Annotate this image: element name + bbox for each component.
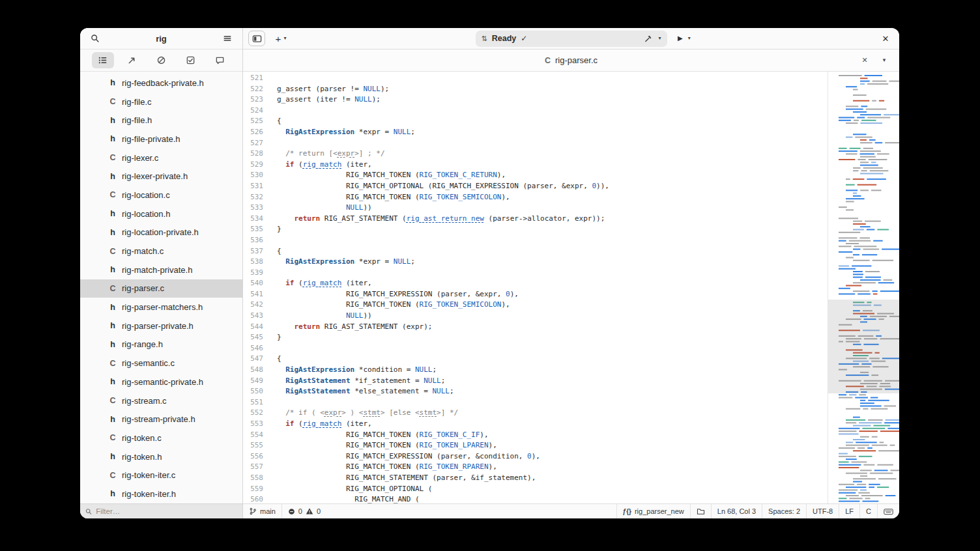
file-item[interactable]: hrig-location.h bbox=[80, 205, 242, 223]
tab-close-button[interactable]: ✕ bbox=[856, 53, 873, 68]
indentation-button[interactable]: Spaces: 2 bbox=[762, 504, 806, 518]
line-number[interactable]: 537 bbox=[243, 246, 263, 257]
code-line[interactable]: 530 RIG_MATCH_TOKEN (RIG_TOKEN_C_RETURN)… bbox=[243, 170, 828, 181]
branch-button[interactable]: main bbox=[243, 504, 281, 518]
file-item[interactable]: hrig-lexer-private.h bbox=[80, 167, 242, 186]
sidebar-menu-button[interactable] bbox=[219, 31, 236, 46]
file-item[interactable]: hrig-stream-private.h bbox=[80, 410, 242, 429]
new-tab-button[interactable]: + ▾ bbox=[269, 31, 293, 46]
line-ending-button[interactable]: LF bbox=[839, 504, 859, 518]
tab-project-tree[interactable] bbox=[92, 52, 114, 68]
file-item[interactable]: Crig-stream.c bbox=[80, 391, 242, 410]
line-number[interactable]: 528 bbox=[243, 148, 263, 160]
file-item[interactable]: hrig-feedback-private.h bbox=[80, 74, 242, 92]
file-item[interactable]: hrig-match-private.h bbox=[80, 261, 242, 279]
file-item[interactable]: Crig-semantic.c bbox=[80, 354, 242, 373]
line-number[interactable]: 545 bbox=[243, 332, 263, 343]
code-line[interactable]: 558 RIG_MATCH_STATEMENT (parser, &if_sta… bbox=[243, 473, 828, 484]
line-number[interactable]: 551 bbox=[243, 397, 263, 408]
line-number[interactable]: 546 bbox=[243, 343, 263, 354]
tab-unit-tests[interactable] bbox=[180, 52, 202, 68]
code-line[interactable]: 542 RIG_MATCH_TOKEN (RIG_TOKEN_SEMICOLON… bbox=[243, 300, 828, 311]
code-line[interactable]: 533 NULL)) bbox=[243, 203, 828, 214]
code-line[interactable]: 551 bbox=[243, 397, 828, 408]
code-line[interactable]: 559 RIG_MATCH_OPTIONAL ( bbox=[243, 484, 828, 495]
minimap[interactable] bbox=[828, 72, 899, 503]
code-line[interactable]: 532 RIG_MATCH_TOKEN (RIG_TOKEN_SEMICOLON… bbox=[243, 192, 828, 203]
line-number[interactable]: 557 bbox=[243, 462, 263, 473]
line-number[interactable]: 534 bbox=[243, 214, 263, 225]
line-number[interactable]: 527 bbox=[243, 138, 263, 149]
line-number[interactable]: 556 bbox=[243, 451, 263, 462]
search-button[interactable] bbox=[87, 31, 104, 46]
code-line[interactable]: 552 /* if ( <expr> ) <stmt> [else <stmt>… bbox=[243, 408, 828, 419]
code-line[interactable]: 536 bbox=[243, 235, 828, 246]
code-line[interactable]: 556 RIG_MATCH_EXPRESSION (parser, &condi… bbox=[243, 451, 828, 462]
line-number[interactable]: 540 bbox=[243, 278, 263, 289]
file-item[interactable]: Crig-location.c bbox=[80, 186, 242, 205]
code-line[interactable]: 526 RigAstExpression *expr = NULL; bbox=[243, 127, 828, 138]
code-line[interactable]: 524 bbox=[243, 106, 828, 117]
line-number[interactable]: 555 bbox=[243, 440, 263, 451]
code-line[interactable]: 523g_assert (iter != NULL); bbox=[243, 94, 828, 106]
directory-button[interactable] bbox=[690, 504, 711, 518]
file-item[interactable]: Crig-token.c bbox=[80, 429, 242, 447]
line-number[interactable]: 560 bbox=[243, 494, 263, 503]
file-item[interactable]: hrig-range.h bbox=[80, 335, 242, 354]
line-number[interactable]: 532 bbox=[243, 192, 263, 203]
code-line[interactable]: 560 RIG_MATCH_AND ( bbox=[243, 494, 828, 503]
code-line[interactable]: 557 RIG_MATCH_TOKEN (RIG_TOKEN_RPAREN), bbox=[243, 462, 828, 473]
omnibar[interactable]: ⇅ Ready ✓ ▾ bbox=[476, 31, 667, 47]
diagnostics-button[interactable]: 0 0 bbox=[281, 504, 326, 518]
line-number[interactable]: 552 bbox=[243, 408, 263, 419]
run-options-dropdown-icon[interactable]: ▾ bbox=[688, 36, 691, 41]
run-button[interactable]: ▶ bbox=[678, 35, 683, 42]
line-number[interactable]: 539 bbox=[243, 268, 263, 279]
build-options-dropdown-icon[interactable]: ▾ bbox=[658, 36, 661, 41]
code-line[interactable]: 546 bbox=[243, 343, 828, 354]
line-number[interactable]: 550 bbox=[243, 386, 263, 397]
line-number[interactable]: 522 bbox=[243, 84, 263, 95]
cursor-position-button[interactable]: Ln 68, Col 3 bbox=[711, 504, 762, 518]
code-line[interactable]: 545} bbox=[243, 332, 828, 343]
line-number[interactable]: 553 bbox=[243, 419, 263, 430]
minimap-viewport-handle[interactable] bbox=[828, 300, 899, 393]
file-item[interactable]: Crig-parser.c bbox=[80, 279, 242, 298]
code-line[interactable]: 549 RigAstStatement *if_statement = NULL… bbox=[243, 376, 828, 387]
line-number[interactable]: 549 bbox=[243, 376, 263, 387]
build-hammer-icon[interactable] bbox=[644, 35, 652, 43]
line-number[interactable]: 529 bbox=[243, 160, 263, 171]
line-number[interactable]: 530 bbox=[243, 170, 263, 181]
code-line[interactable]: 555 RIG_MATCH_TOKEN (RIG_TOKEN_LPAREN), bbox=[243, 440, 828, 451]
line-number[interactable]: 521 bbox=[243, 73, 263, 84]
line-number[interactable]: 544 bbox=[243, 322, 263, 333]
encoding-button[interactable]: UTF-8 bbox=[806, 504, 839, 518]
line-number[interactable]: 536 bbox=[243, 235, 263, 246]
tab-todo[interactable] bbox=[151, 52, 173, 68]
code-line[interactable]: 554 RIG_MATCH_TOKEN (RIG_TOKEN_C_IF), bbox=[243, 430, 828, 441]
file-item[interactable]: hrig-file-private.h bbox=[80, 130, 242, 148]
file-item[interactable]: Crig-token-iter.c bbox=[80, 466, 242, 485]
code-line[interactable]: 547{ bbox=[243, 354, 828, 365]
line-number[interactable]: 554 bbox=[243, 430, 263, 441]
file-item[interactable]: hrig-parser-matchers.h bbox=[80, 298, 242, 317]
file-item[interactable]: hrig-location-private.h bbox=[80, 223, 242, 242]
code-line[interactable]: 539 bbox=[243, 268, 828, 279]
code-line[interactable]: 544 return RIG_AST_STATEMENT (expr); bbox=[243, 322, 828, 333]
symbol-button[interactable]: ƒ{} rig_parser_new bbox=[616, 504, 690, 518]
file-list[interactable]: hrig-feedback-private.hCrig-file.chrig-f… bbox=[80, 72, 242, 503]
code-line[interactable]: 529 if (rig_match (iter, bbox=[243, 160, 828, 171]
window-close-button[interactable]: ✕ bbox=[877, 31, 894, 46]
line-number[interactable]: 531 bbox=[243, 181, 263, 192]
file-item[interactable]: hrig-file.h bbox=[80, 111, 242, 130]
line-number[interactable]: 543 bbox=[243, 311, 263, 322]
file-item[interactable]: hrig-parser-private.h bbox=[80, 317, 242, 335]
language-button[interactable]: C bbox=[859, 504, 877, 518]
line-number[interactable]: 558 bbox=[243, 473, 263, 484]
code-line[interactable]: 525{ bbox=[243, 116, 828, 127]
code-line[interactable]: 535} bbox=[243, 224, 828, 235]
line-number[interactable]: 535 bbox=[243, 224, 263, 235]
code-line[interactable]: 550 RigAstStatement *else_statement = NU… bbox=[243, 386, 828, 397]
code-line[interactable]: 543 NULL)) bbox=[243, 311, 828, 322]
active-tab[interactable]: C rig-parser.c bbox=[545, 55, 598, 65]
